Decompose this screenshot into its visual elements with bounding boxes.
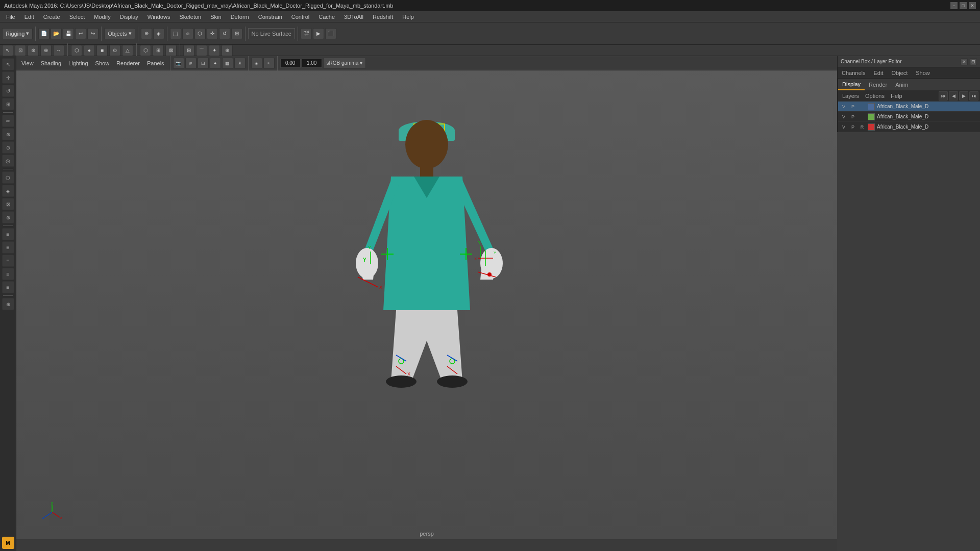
- menu-help[interactable]: Help: [398, 13, 418, 21]
- rig-tool3[interactable]: ⊠: [165, 45, 177, 56]
- close-button[interactable]: ✕: [969, 2, 976, 9]
- rotate-tool[interactable]: ↺: [219, 28, 230, 39]
- sidebar-layer2[interactable]: ≡: [2, 241, 14, 254]
- layer-next-btn[interactable]: ▶: [959, 91, 968, 101]
- menu-cache[interactable]: Cache: [314, 13, 339, 21]
- vp-wireframe-btn[interactable]: ⊡: [198, 58, 209, 69]
- cube-tool[interactable]: ■: [96, 45, 108, 56]
- sidebar-smear[interactable]: ⊙: [2, 141, 14, 154]
- vp-value1-input[interactable]: [280, 59, 301, 68]
- sidebar-select[interactable]: ↖: [2, 58, 14, 70]
- cb-close-btn[interactable]: ✕: [961, 58, 968, 65]
- mode-dropdown[interactable]: Rigging ▾: [2, 28, 33, 39]
- cb-tab-object[interactable]: Object: [887, 67, 912, 78]
- layer-r[interactable]: [859, 103, 866, 110]
- menu-deform[interactable]: Deform: [227, 13, 253, 21]
- sidebar-paint[interactable]: ✏: [2, 115, 14, 127]
- layer-p[interactable]: P: [849, 113, 856, 120]
- vp-highlight-btn[interactable]: ◈: [251, 58, 262, 69]
- le-tab-render[interactable]: Render: [865, 79, 891, 90]
- select-tool[interactable]: ⬚: [170, 28, 181, 39]
- color-space-dropdown[interactable]: sRGB gamma ▾: [323, 58, 366, 69]
- vp-grid-btn[interactable]: #: [185, 58, 197, 69]
- layer-v[interactable]: V: [840, 123, 847, 131]
- sidebar-poly4[interactable]: ⊛: [2, 211, 14, 223]
- lasso2-tool[interactable]: ⊛: [28, 45, 39, 56]
- cb-tab-channels[interactable]: Channels: [838, 67, 869, 78]
- cyl-tool[interactable]: ⊙: [109, 45, 120, 56]
- snap-point[interactable]: ✦: [209, 45, 220, 56]
- cb-tab-edit[interactable]: Edit: [869, 67, 887, 78]
- render2-button[interactable]: ▶: [313, 28, 324, 39]
- rig-tool1[interactable]: ⬡: [140, 45, 151, 56]
- sidebar-poly2[interactable]: ◈: [2, 185, 14, 197]
- sidebar-layer1[interactable]: ≡: [2, 228, 14, 240]
- menu-modify[interactable]: Modify: [90, 13, 114, 21]
- render3-button[interactable]: ⬛: [325, 28, 336, 39]
- vp-aa-btn[interactable]: ≈: [263, 58, 275, 69]
- sidebar-poly1[interactable]: ⬡: [2, 171, 14, 184]
- le-menu-layers[interactable]: Layers: [840, 93, 861, 99]
- menu-control[interactable]: Control: [287, 13, 313, 21]
- minimize-button[interactable]: −: [950, 2, 958, 9]
- layer-row[interactable]: V P African_Black_Male_D: [838, 102, 980, 112]
- le-menu-options[interactable]: Options: [863, 93, 887, 99]
- menu-skeleton[interactable]: Skeleton: [175, 13, 205, 21]
- open-scene-button[interactable]: 📂: [51, 28, 62, 39]
- menu-file[interactable]: File: [2, 13, 19, 21]
- layer-skip-end-btn[interactable]: ⏭: [969, 91, 978, 101]
- sidebar-scale[interactable]: ⊞: [2, 98, 14, 110]
- cone-tool[interactable]: △: [122, 45, 133, 56]
- vp-menu-view[interactable]: View: [18, 59, 37, 67]
- vp-menu-show[interactable]: Show: [92, 59, 113, 67]
- layer-p[interactable]: P: [849, 123, 856, 131]
- menu-redshift[interactable]: Redshift: [369, 13, 397, 21]
- menu-3dtoall[interactable]: 3DToAll: [340, 13, 368, 21]
- vp-menu-lighting[interactable]: Lighting: [65, 59, 91, 67]
- rig-tool2[interactable]: ⊞: [153, 45, 164, 56]
- sidebar-poly3[interactable]: ⊠: [2, 198, 14, 210]
- layer-skip-start-btn[interactable]: ⏮: [939, 91, 948, 101]
- save-scene-button[interactable]: 💾: [63, 28, 74, 39]
- paint-tool[interactable]: ⬡: [194, 28, 206, 39]
- menu-select[interactable]: Select: [65, 13, 89, 21]
- menu-edit[interactable]: Edit: [20, 13, 38, 21]
- menu-constrain[interactable]: Constrain: [254, 13, 286, 21]
- le-tab-anim[interactable]: Anim: [891, 79, 912, 90]
- lasso-tool[interactable]: ⌾: [182, 28, 193, 39]
- layer-prev-btn[interactable]: ◀: [949, 91, 958, 101]
- menu-windows[interactable]: Windows: [143, 13, 175, 21]
- undo-button[interactable]: ↩: [75, 28, 86, 39]
- sidebar-rotate[interactable]: ↺: [2, 85, 14, 97]
- le-tab-display[interactable]: Display: [838, 79, 865, 90]
- vp-cam-btn[interactable]: 📷: [173, 58, 184, 69]
- snap2-button[interactable]: ◈: [153, 28, 164, 39]
- le-menu-help[interactable]: Help: [889, 93, 904, 99]
- vp-smooth-btn[interactable]: ●: [210, 58, 221, 69]
- sidebar-layer5[interactable]: ≡: [2, 281, 14, 293]
- snap-button[interactable]: ⊕: [141, 28, 152, 39]
- vp-value2-input[interactable]: [302, 59, 322, 68]
- vp-texture-btn[interactable]: ▦: [222, 58, 233, 69]
- snap-curve[interactable]: ⌒: [196, 45, 207, 56]
- maximize-button[interactable]: □: [960, 2, 967, 9]
- layer-r[interactable]: [859, 113, 866, 120]
- brush-tool[interactable]: ⊕: [40, 45, 52, 56]
- vp-menu-shading[interactable]: Shading: [38, 59, 64, 67]
- layer-v[interactable]: V: [840, 103, 847, 110]
- menu-display[interactable]: Display: [116, 13, 142, 21]
- select-objects-dropdown[interactable]: Objects ▾: [104, 28, 135, 39]
- sidebar-sculpt[interactable]: ⊛: [2, 128, 14, 140]
- snap-grid[interactable]: ⊞: [183, 45, 194, 56]
- menu-create[interactable]: Create: [39, 13, 64, 21]
- marquee-tool[interactable]: ⊡: [15, 45, 26, 56]
- scale-tool[interactable]: ⊞: [231, 28, 242, 39]
- sphere-tool[interactable]: ●: [84, 45, 95, 56]
- vp-menu-renderer[interactable]: Renderer: [113, 59, 143, 67]
- layer-v[interactable]: V: [840, 113, 847, 120]
- layer-p[interactable]: P: [849, 103, 856, 110]
- sidebar-move[interactable]: ✛: [2, 71, 14, 84]
- layer-row[interactable]: V P African_Black_Male_D: [838, 112, 980, 122]
- sidebar-extra[interactable]: ⊕: [2, 298, 14, 310]
- redo-button[interactable]: ↪: [87, 28, 99, 39]
